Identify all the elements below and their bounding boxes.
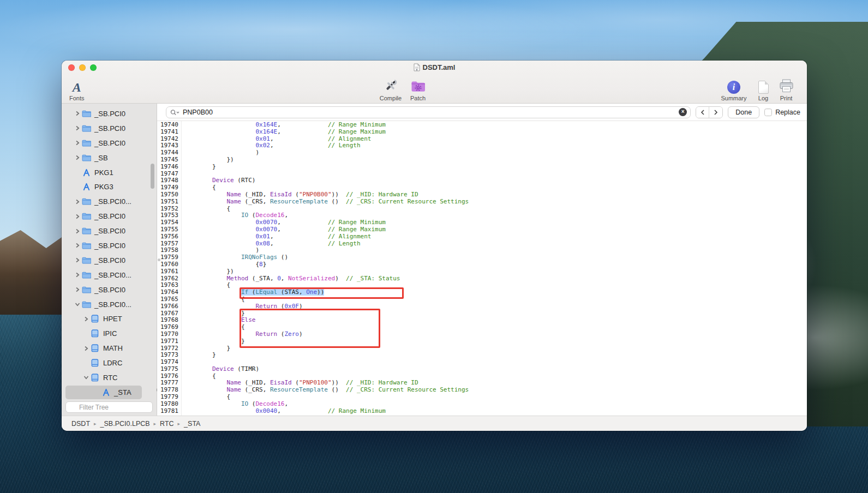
folder-icon xyxy=(81,256,91,264)
tree-item-PKG3[interactable]: PKG3 xyxy=(62,179,157,194)
breadcrumb-item-_SBPCI0LPCB[interactable]: _SB.PCI0.LPCB xyxy=(100,420,150,428)
tree-item-label: _STA xyxy=(114,388,131,396)
log-button[interactable]: Log xyxy=(752,76,774,101)
code-line: Name (_CRS, ResourceTemplate () // _CRS:… xyxy=(183,199,807,206)
code-line xyxy=(183,171,807,178)
code-line: Method (_STA, 0, NotSerialized) // _STA:… xyxy=(183,275,807,282)
replace-checkbox[interactable] xyxy=(764,109,772,116)
code-line: } xyxy=(183,164,807,171)
tree-item-_SBPCI0[interactable]: _SB.PCI0 xyxy=(62,106,157,121)
tree-item-_SB[interactable]: _SB xyxy=(62,151,157,165)
line-number: 19769 xyxy=(157,324,178,331)
summary-button[interactable]: i Summary xyxy=(715,76,752,101)
tree-item-_SBPCI0[interactable]: _SB.PCI0... xyxy=(62,268,157,282)
chevron-right-icon[interactable] xyxy=(74,256,81,264)
log-label: Log xyxy=(758,95,768,101)
tree-item-MATH[interactable]: MATH xyxy=(62,341,157,356)
folder-icon xyxy=(81,110,91,118)
tree-item-IPIC[interactable]: IPIC xyxy=(62,326,157,341)
method-icon xyxy=(81,183,91,191)
tree-item-_SBPCI0[interactable]: _SB.PCI0 xyxy=(62,209,157,224)
breadcrumb-item-RTC[interactable]: RTC xyxy=(160,420,173,428)
tree-item-label: _SB.PCI0... xyxy=(94,300,131,309)
chevron-right-icon[interactable] xyxy=(82,315,90,323)
folder-icon xyxy=(81,227,91,235)
tree-item-HPET[interactable]: HPET xyxy=(62,311,157,326)
tree-item-_SBPCI0[interactable]: _SB.PCI0 xyxy=(62,136,157,151)
tree-item-label: LDRC xyxy=(103,359,122,367)
tree-item-RTC[interactable]: RTC xyxy=(62,370,157,385)
code-line: Name (_CRS, ResourceTemplate () // _CRS:… xyxy=(183,387,807,394)
folder-icon xyxy=(81,300,91,309)
line-number-gutter: 1974019741197421974319744197451974619747… xyxy=(157,121,182,416)
filter-tree-input[interactable] xyxy=(65,401,153,413)
chevron-right-icon[interactable] xyxy=(74,198,81,206)
done-button[interactable]: Done xyxy=(728,106,759,118)
tree-item-label: HPET xyxy=(103,315,122,323)
code-line: Device (TIMR) xyxy=(183,366,807,373)
search-input[interactable]: PNP0B00 × xyxy=(166,106,691,118)
find-next-button[interactable] xyxy=(709,107,722,118)
line-number: 19765 xyxy=(157,296,178,303)
chevron-right-icon[interactable] xyxy=(82,345,90,352)
chevron-down-icon[interactable] xyxy=(82,374,90,381)
print-button[interactable]: Print xyxy=(774,76,798,101)
tree-item-_SBPCI0[interactable]: _SB.PCI0 xyxy=(62,121,157,136)
line-number: 19779 xyxy=(157,394,178,401)
clear-circle-icon[interactable]: × xyxy=(679,108,687,116)
patch-button[interactable]: Patch xyxy=(406,76,430,101)
chevron-right-icon[interactable] xyxy=(74,154,81,161)
compile-button[interactable]: Compile xyxy=(375,76,406,101)
compile-label: Compile xyxy=(380,95,402,101)
chevron-spacer xyxy=(74,169,81,176)
find-previous-button[interactable] xyxy=(696,107,709,118)
code-editor[interactable]: 1974019741197421974319744197451974619747… xyxy=(157,121,807,416)
tree-item-_SBPCI0[interactable]: _SB.PCI0 xyxy=(62,238,157,253)
tree-item-_SBPCI0[interactable]: _SB.PCI0... xyxy=(62,297,157,312)
info-circle-icon: i xyxy=(727,81,740,94)
chevron-right-icon[interactable] xyxy=(74,124,81,132)
code-line: If (LEqual (STAS, One)) xyxy=(183,289,807,296)
filter-tree-wrap xyxy=(62,399,157,416)
tree-item-_SBPCI0[interactable]: _SB.PCI0 xyxy=(62,224,157,238)
code-line: {8} xyxy=(183,261,807,268)
breadcrumb-item-DSDT[interactable]: DSDT xyxy=(71,420,90,428)
folder-icon xyxy=(81,154,91,162)
tree-item-_SBPCI0[interactable]: _SB.PCI0 xyxy=(62,282,157,297)
chevron-right-icon[interactable] xyxy=(74,271,81,279)
code-line: } xyxy=(183,338,807,345)
chevron-right-icon[interactable] xyxy=(74,139,81,147)
tree-item-label: _SB.PCI0 xyxy=(94,256,125,264)
find-navigation xyxy=(696,106,723,118)
chevron-right-icon[interactable] xyxy=(74,213,81,220)
tree-item-LDRC[interactable]: LDRC xyxy=(62,356,157,370)
tree-item-label: PKG3 xyxy=(94,183,113,191)
device-icon xyxy=(90,329,100,338)
line-number: 19780 xyxy=(157,401,178,408)
tree-item-_SBPCI0[interactable]: _SB.PCI0... xyxy=(62,194,157,209)
code-line: 0x08, // Length xyxy=(183,241,807,248)
tree-item-PKG1[interactable]: PKG1 xyxy=(62,165,157,180)
tree-item-label: RTC xyxy=(103,374,117,382)
window-title-area: DSDT.aml xyxy=(62,63,807,71)
summary-label: Summary xyxy=(721,95,746,101)
device-icon xyxy=(90,359,100,367)
tree-item-_STA[interactable]: _STA xyxy=(62,385,157,399)
line-number: 19770 xyxy=(157,331,178,338)
sidebar-tree: _SB.PCI0_SB.PCI0_SB.PCI0_SBPKG1PKG3_SB.P… xyxy=(62,104,157,399)
breadcrumb-item-_STA[interactable]: _STA xyxy=(184,420,200,428)
code-line: } xyxy=(183,345,807,352)
chevron-right-icon[interactable] xyxy=(74,286,81,293)
folder-icon xyxy=(81,139,91,147)
chevron-down-icon[interactable] xyxy=(74,300,81,308)
folder-icon xyxy=(81,197,91,206)
print-label: Print xyxy=(780,95,793,101)
fonts-button[interactable]: A Fonts xyxy=(69,76,85,101)
tree-item-_SBPCI0[interactable]: _SB.PCI0 xyxy=(62,253,157,268)
line-number: 19775 xyxy=(157,366,178,373)
device-icon xyxy=(90,344,100,352)
chevron-right-icon[interactable] xyxy=(74,242,81,249)
chevron-right-icon[interactable] xyxy=(74,227,81,235)
sidebar-scrollbar[interactable] xyxy=(151,164,154,189)
chevron-right-icon[interactable] xyxy=(74,110,81,117)
